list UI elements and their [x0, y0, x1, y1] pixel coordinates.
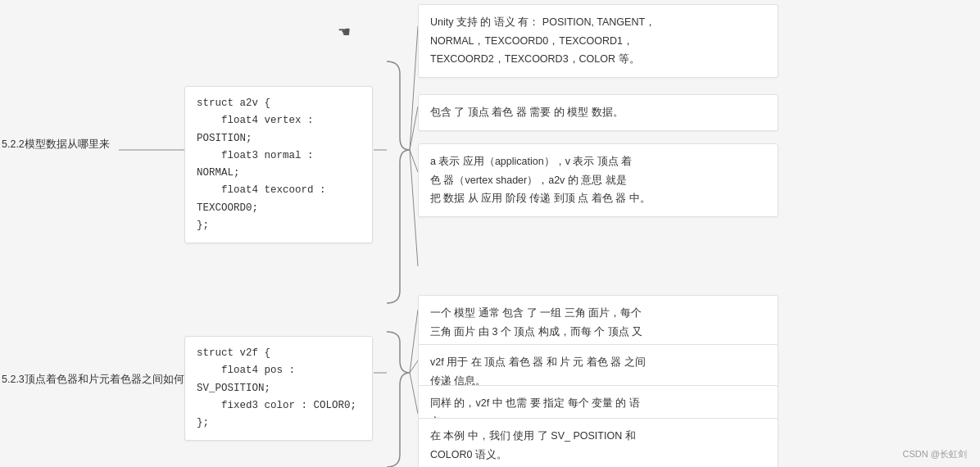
- svg-line-3: [410, 107, 418, 150]
- bottom-info-box-3: 在 本例 中，我们 使用 了 SV_ POSITION 和COLOR0 语义。: [418, 418, 778, 467]
- top-info-text-1: Unity 支持 的 语义 有： POSITION, TANGENT，NORMA…: [430, 16, 656, 65]
- svg-line-2: [410, 26, 418, 150]
- svg-line-12: [410, 373, 418, 414]
- top-info-box-2: 包含 了 顶点 着色 器 需要 的 模型 数据。: [418, 94, 778, 131]
- svg-line-11: [410, 360, 418, 373]
- watermark: CSDN @长虹剑: [903, 448, 967, 460]
- svg-line-10: [410, 310, 418, 373]
- bottom-left-label: 5.2.3顶点着色器和片元着色器之间如何通信: [2, 373, 206, 387]
- top-info-text-2: 包含 了 顶点 着色 器 需要 的 模型 数据。: [430, 107, 624, 118]
- bottom-code-line-1: struct v2f {: [197, 345, 361, 362]
- svg-line-5: [410, 150, 418, 266]
- code-line-4: float4 texcoord : TEXCOORD0;: [197, 182, 361, 217]
- bottom-code-line-4: };: [197, 415, 361, 432]
- top-info-box-3: a 表示 应用（application），v 表示 顶点 着色 器（vertex…: [418, 143, 778, 217]
- code-line-1: struct a2v {: [197, 95, 361, 112]
- top-code-box: struct a2v { float4 vertex : POSITION; f…: [184, 86, 373, 243]
- hand-icon: ☚: [338, 23, 351, 41]
- top-left-label: 5.2.2模型数据从哪里来: [2, 138, 110, 152]
- top-info-box-1: Unity 支持 的 语义 有： POSITION, TANGENT，NORMA…: [418, 4, 778, 78]
- code-line-3: float3 normal : NORMAL;: [197, 147, 361, 183]
- code-line-5: };: [197, 217, 361, 234]
- top-info-text-3: a 表示 应用（application），v 表示 顶点 着色 器（vertex…: [430, 156, 651, 204]
- bottom-info-text-3: 在 本例 中，我们 使用 了 SV_ POSITION 和COLOR0 语义。: [430, 430, 636, 460]
- code-line-2: float4 vertex : POSITION;: [197, 112, 361, 147]
- bottom-code-box: struct v2f { float4 pos : SV_POSITION; f…: [184, 336, 373, 441]
- bottom-info-text-1: v2f 用于 在 顶点 着色 器 和 片 元 着色 器 之间传递 信息。: [430, 356, 646, 387]
- bottom-code-line-3: fixed3 color : COLOR0;: [197, 397, 361, 415]
- bottom-code-line-2: float4 pos : SV_POSITION;: [197, 362, 361, 397]
- svg-line-4: [410, 150, 418, 172]
- page-container: ☚ 5.2.2模型数据从哪里来: [0, 0, 980, 467]
